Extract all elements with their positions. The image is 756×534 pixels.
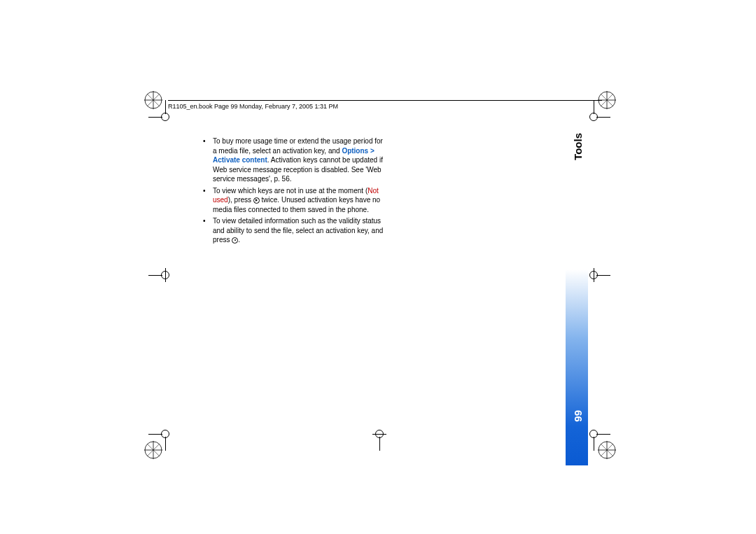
bullet-text: To view which keys are not in use at the… bbox=[213, 186, 384, 215]
bullet-text: To buy more usage time or extend the usa… bbox=[213, 136, 384, 184]
crop-mark-icon bbox=[598, 441, 616, 459]
crop-mark-icon bbox=[144, 91, 162, 109]
page-container: R1105_en.book Page 99 Monday, February 7… bbox=[133, 87, 623, 465]
page-number: 99 bbox=[572, 410, 584, 422]
section-title: Tools bbox=[572, 133, 584, 160]
bullet-item: • To view which keys are not in use at t… bbox=[203, 186, 384, 215]
nav-key-icon bbox=[253, 197, 260, 204]
text-segment: ), press bbox=[228, 196, 253, 204]
bullet-marker: • bbox=[203, 186, 213, 215]
crop-mark-icon bbox=[144, 441, 162, 459]
bullet-text: To view detailed information such as the… bbox=[213, 216, 384, 245]
crop-mark-icon bbox=[598, 91, 616, 109]
bullet-item: • To buy more usage time or extend the u… bbox=[203, 136, 384, 184]
header-rule bbox=[168, 100, 602, 101]
text-segment: . bbox=[238, 236, 240, 244]
side-tab: Tools 99 bbox=[566, 87, 588, 465]
bullet-marker: • bbox=[203, 136, 213, 184]
select-key-icon bbox=[232, 237, 238, 244]
text-segment: To view which keys are not in use at the… bbox=[213, 187, 368, 195]
content-area: • To buy more usage time or extend the u… bbox=[203, 136, 384, 247]
bullet-item: • To view detailed information such as t… bbox=[203, 216, 384, 245]
side-tab-gradient bbox=[566, 269, 588, 465]
bullet-marker: • bbox=[203, 216, 213, 245]
header-text: R1105_en.book Page 99 Monday, February 7… bbox=[168, 103, 338, 110]
